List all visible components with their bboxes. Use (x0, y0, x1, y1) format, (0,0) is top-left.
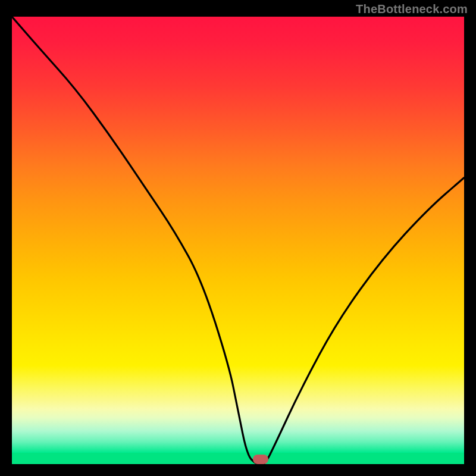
watermark-text: TheBottleneck.com (356, 2, 468, 16)
valley-marker (253, 455, 268, 464)
chart-frame: TheBottleneck.com (0, 0, 476, 476)
plot-area (12, 17, 464, 464)
bottleneck-curve (12, 17, 464, 464)
